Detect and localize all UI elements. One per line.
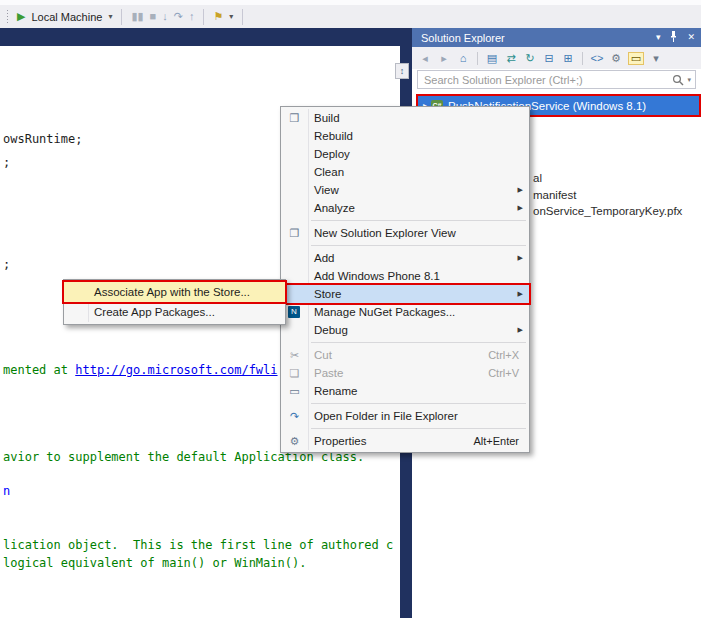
- nuget-icon: N: [288, 306, 300, 318]
- search-icon[interactable]: [672, 74, 684, 86]
- menu-separator: [311, 220, 526, 221]
- close-icon[interactable]: ✕: [687, 33, 695, 42]
- menu-item-build[interactable]: ❒Build: [281, 109, 529, 127]
- pause-icon[interactable]: ▮▮: [131, 11, 143, 22]
- start-debug-icon[interactable]: ▶: [17, 11, 25, 22]
- chevron-down-icon[interactable]: ▾: [649, 53, 663, 64]
- menu-item-rebuild[interactable]: Rebuild: [281, 127, 529, 145]
- back-icon[interactable]: ◂: [418, 53, 432, 64]
- code-line: ;: [3, 155, 10, 170]
- preview-selected-items-icon[interactable]: ▭: [628, 52, 644, 65]
- code-line: owsRuntime;: [3, 132, 82, 147]
- menu-item-label: Rename: [314, 385, 519, 397]
- code-line: lication object. This is the first line …: [3, 538, 393, 553]
- code-line: logical equivalent of main() or WinMain(…: [3, 556, 306, 571]
- menu-item-cut[interactable]: ✂CutCtrl+X: [281, 346, 529, 364]
- menu-item-rename[interactable]: ▭Rename: [281, 382, 529, 400]
- tree-item-partial[interactable]: al: [533, 172, 542, 184]
- menu-item-manage-nuget-packages[interactable]: NManage NuGet Packages...: [281, 303, 529, 321]
- menu-item-label: Analyze: [314, 202, 519, 214]
- menu-item-store[interactable]: Store▶: [281, 285, 529, 303]
- solution-explorer-titlebar[interactable]: Solution Explorer ▾ ✕: [412, 28, 701, 47]
- menu-item-paste[interactable]: ❏PasteCtrl+V: [281, 364, 529, 382]
- properties-icon[interactable]: ⚙: [609, 53, 623, 64]
- build-icon: ❒: [286, 113, 303, 124]
- menu-item-properties[interactable]: ⚙PropertiesAlt+Enter: [281, 432, 529, 450]
- menu-item-label: View: [314, 184, 519, 196]
- menu-item-label: Paste: [314, 367, 470, 379]
- submenu-arrow-icon: ▶: [518, 204, 523, 212]
- step-over-icon[interactable]: ↷: [174, 11, 183, 22]
- chevron-down-icon[interactable]: ▾: [229, 13, 233, 21]
- menu-item-analyze[interactable]: Analyze▶: [281, 199, 529, 217]
- toolbar-separator: [477, 52, 478, 65]
- submenu-arrow-icon: ▶: [518, 290, 523, 298]
- cut-icon: ✂: [286, 350, 303, 361]
- home-icon[interactable]: ⌂: [456, 53, 470, 64]
- search-box[interactable]: ▾: [417, 70, 696, 89]
- menu-item-label: Debug: [314, 324, 519, 336]
- window-position-icon[interactable]: ▾: [656, 33, 661, 42]
- toolbar-separator: [582, 52, 583, 65]
- menu-item-view[interactable]: View▶: [281, 181, 529, 199]
- menu-item-label: Open Folder in File Explorer: [314, 410, 519, 422]
- properties-icon: ⚙: [286, 436, 303, 447]
- menu-item-add-windows-phone-8-1[interactable]: Add Windows Phone 8.1: [281, 267, 529, 285]
- step-into-icon[interactable]: ↓: [162, 11, 168, 22]
- chevron-down-icon[interactable]: ▾: [687, 76, 691, 84]
- open-folder-icon: ↷: [286, 411, 303, 422]
- rename-icon: ▭: [286, 386, 303, 397]
- menu-item-open-folder-in-file-explorer[interactable]: ↷Open Folder in File Explorer: [281, 407, 529, 425]
- collapse-all-icon[interactable]: ⊟: [542, 53, 556, 64]
- toolbar-separator: [242, 9, 243, 25]
- menu-item-shortcut: Alt+Enter: [473, 435, 519, 447]
- menu-item-new-solution-explorer-view[interactable]: ❐New Solution Explorer View: [281, 224, 529, 242]
- toolbar-separator: [203, 9, 204, 25]
- stop-icon[interactable]: ■: [150, 11, 157, 22]
- menu-item-label: New Solution Explorer View: [314, 227, 519, 239]
- sync-with-active-document-icon[interactable]: ⇄: [504, 53, 518, 64]
- menu-item-label: Rebuild: [314, 130, 519, 142]
- menu-item-deploy[interactable]: Deploy: [281, 145, 529, 163]
- menu-item-shortcut: Ctrl+V: [488, 367, 519, 379]
- submenu-item-label: Create App Packages...: [94, 306, 277, 318]
- pin-icon[interactable]: [669, 31, 678, 44]
- menu-item-label: Manage NuGet Packages...: [314, 306, 519, 318]
- menu-item-label: Clean: [314, 166, 519, 178]
- menu-item-label: Cut: [314, 349, 470, 361]
- menu-item-label: Deploy: [314, 148, 519, 160]
- switch-views-icon[interactable]: ▤: [485, 53, 499, 64]
- submenu-item-associate-app-with-the-store[interactable]: Associate App with the Store...: [64, 282, 285, 302]
- menu-separator: [311, 245, 526, 246]
- window-chrome-band: [0, 28, 412, 46]
- menu-item-debug[interactable]: Debug▶: [281, 321, 529, 339]
- breakpoint-flag-icon[interactable]: ⚑: [213, 11, 223, 22]
- menu-item-label: Properties: [314, 435, 455, 447]
- menu-separator: [311, 403, 526, 404]
- store-submenu: Associate App with the Store...Create Ap…: [63, 279, 286, 325]
- chevron-down-icon[interactable]: ▾: [108, 13, 112, 21]
- code-line: n: [3, 484, 10, 499]
- step-out-icon[interactable]: ↑: [189, 11, 195, 22]
- show-all-files-icon[interactable]: ⊞: [561, 53, 575, 64]
- standard-toolbar: ▶Local Machine▾▮▮■↓↷↑⚑▾: [0, 5, 701, 28]
- refresh-icon[interactable]: ↻: [523, 53, 537, 64]
- tree-item-partial[interactable]: manifest: [533, 189, 576, 201]
- forward-icon[interactable]: ▸: [437, 53, 451, 64]
- run-target-label[interactable]: Local Machine: [31, 11, 102, 23]
- submenu-item-create-app-packages[interactable]: Create App Packages...: [64, 302, 285, 322]
- menu-item-clean[interactable]: Clean: [281, 163, 529, 181]
- menu-item-add[interactable]: Add▶: [281, 249, 529, 267]
- toolbar-grip[interactable]: [6, 9, 9, 24]
- view-code-icon[interactable]: <>: [590, 53, 604, 64]
- tree-item-partial[interactable]: onService_TemporaryKey.pfx: [533, 205, 682, 217]
- code-line: mented at http://go.microsoft.com/fwli: [3, 363, 278, 378]
- menu-item-shortcut: Ctrl+X: [488, 349, 519, 361]
- menu-item-label: Store: [314, 288, 519, 300]
- menu-item-label: Add Windows Phone 8.1: [314, 270, 519, 282]
- split-editor-button[interactable]: ↕: [395, 63, 409, 79]
- search-input[interactable]: [422, 73, 672, 87]
- menu-item-label: Build: [314, 112, 519, 124]
- paste-icon: ❏: [286, 368, 303, 379]
- menu-separator: [311, 428, 526, 429]
